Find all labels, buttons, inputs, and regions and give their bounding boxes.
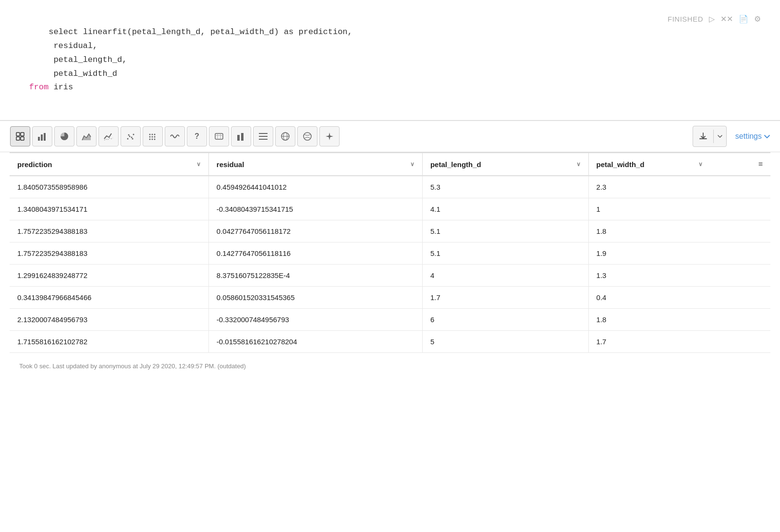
globe1-button[interactable] (275, 126, 295, 146)
scatter-chart-button[interactable] (121, 126, 141, 146)
table-row: 1.3408043971534171-0.340804397153417154.… (10, 198, 770, 220)
sort-icon-petal-length[interactable]: ∨ (576, 161, 581, 168)
svg-point-32 (304, 133, 311, 140)
svg-rect-5 (41, 134, 43, 141)
cell-residual: -0.015581616210278204 (208, 331, 422, 353)
svg-point-12 (128, 134, 130, 136)
svg-point-20 (149, 139, 151, 140)
download-arrow-button[interactable] (714, 126, 726, 146)
col-menu-icon[interactable]: ≡ (758, 160, 763, 169)
col-label-prediction: prediction (17, 160, 52, 169)
svg-rect-25 (241, 133, 244, 141)
table-row: 1.75722352943881830.042776470561181725.1… (10, 220, 770, 242)
col-header-petal-width[interactable]: petal_width_d ∨ ≡ (588, 153, 770, 176)
svg-point-13 (132, 138, 134, 140)
svg-point-15 (152, 134, 153, 135)
cell-residual: 0.14277647056118116 (208, 242, 422, 265)
cell-prediction: 1.2991624839248772 (10, 265, 208, 287)
document-icon[interactable]: 📄 (739, 14, 748, 24)
svg-point-18 (152, 136, 153, 138)
bar-chart-button[interactable] (32, 126, 52, 146)
svg-rect-0 (16, 133, 20, 136)
keyword-as: as (284, 27, 299, 36)
svg-rect-6 (44, 133, 46, 141)
code-block[interactable]: select linearfit(petal_length_d, petal_w… (19, 12, 761, 109)
col-label-residual: residual (217, 160, 244, 169)
svg-point-22 (154, 139, 156, 140)
svg-point-19 (154, 136, 156, 138)
settings-button[interactable]: settings (735, 132, 770, 141)
cell-petal_width_d: 1 (588, 198, 770, 220)
area-chart-button[interactable] (76, 126, 97, 146)
svg-rect-2 (16, 137, 20, 140)
footer-text: Took 0 sec. Last updated by anonymous at… (19, 363, 246, 370)
cell-prediction: 1.7572235294388183 (10, 220, 208, 242)
col-label-petal-width: petal_width_d (597, 160, 645, 169)
alias-prediction: prediction, (299, 27, 353, 36)
svg-rect-1 (21, 133, 24, 136)
cell-petal_width_d: 1.8 (588, 309, 770, 331)
cell-petal_length_d: 4.1 (422, 198, 588, 220)
col-header-residual[interactable]: residual ∨ (208, 153, 422, 176)
footer: Took 0 sec. Last updated by anonymous at… (0, 353, 780, 379)
pie-chart-button[interactable] (54, 126, 74, 146)
cell-prediction: 1.3408043971534171 (10, 198, 208, 220)
code-editor: FINISHED ▷ ✕✕ 📄 ⚙ select linearfit(petal… (0, 0, 780, 121)
help-button[interactable]: ? (187, 126, 207, 146)
cell-petal_length_d: 5.1 (422, 220, 588, 242)
table-body: 1.84050735589589860.45949264410410125.32… (10, 176, 770, 353)
sort-icon-petal-width[interactable]: ∨ (698, 161, 703, 168)
col-label-petal-length: petal_length_d (430, 160, 481, 169)
cell-prediction: 1.8405073558958986 (10, 176, 208, 198)
svg-point-9 (129, 136, 131, 137)
cell-prediction: 1.7572235294388183 (10, 242, 208, 265)
cell-prediction: 2.1320007484956793 (10, 309, 208, 331)
map1-button[interactable] (209, 126, 229, 146)
sort-icon-residual[interactable]: ∨ (410, 161, 414, 168)
svg-rect-4 (38, 137, 40, 141)
keyword-from: from (19, 83, 53, 92)
grid2-button[interactable] (143, 126, 163, 146)
sparkle-button[interactable] (319, 126, 340, 146)
table-row: 1.7155816162102782-0.0155816162102782045… (10, 331, 770, 353)
status-label: FINISHED (668, 15, 703, 23)
svg-rect-24 (237, 135, 240, 141)
row-chart-button[interactable] (253, 126, 273, 146)
cell-petal_width_d: 1.9 (588, 242, 770, 265)
table-name: iris (53, 83, 73, 92)
cell-residual: 8.37516075122835E-4 (208, 265, 422, 287)
cell-petal_length_d: 6 (422, 309, 588, 331)
code-indent2: petal_length_d, (19, 55, 127, 64)
table-row: 1.84050735589589860.45949264410410125.32… (10, 176, 770, 198)
settings-label: settings (735, 132, 762, 141)
download-button[interactable] (693, 126, 713, 146)
wave-button[interactable] (165, 126, 185, 146)
cell-petal_width_d: 2.3 (588, 176, 770, 198)
cell-petal_length_d: 5.1 (422, 242, 588, 265)
svg-point-17 (149, 136, 151, 138)
col-header-prediction[interactable]: prediction ∨ (10, 153, 208, 176)
sort-icon-prediction[interactable]: ∨ (196, 161, 201, 168)
line-chart-button[interactable] (98, 126, 119, 146)
question-mark: ? (195, 132, 199, 141)
svg-point-16 (154, 134, 156, 135)
globe2-button[interactable] (297, 126, 317, 146)
cell-petal_length_d: 4 (422, 265, 588, 287)
settings-icon[interactable]: ⚙ (754, 14, 761, 24)
table-row: 1.75722352943881830.142776470561181165.1… (10, 242, 770, 265)
cell-residual: -0.34080439715341715 (208, 198, 422, 220)
stop-icon[interactable]: ✕✕ (720, 14, 733, 24)
svg-point-11 (133, 134, 134, 135)
cell-petal_width_d: 1.3 (588, 265, 770, 287)
col-chart-button[interactable] (231, 126, 251, 146)
results-table-container: prediction ∨ residual ∨ petal_length_d (0, 152, 780, 353)
cell-petal_width_d: 0.4 (588, 287, 770, 309)
run-icon[interactable]: ▷ (709, 14, 715, 24)
table-row: 2.1320007484956793-0.332000748495679361.… (10, 309, 770, 331)
svg-marker-33 (326, 133, 333, 140)
grid-view-button[interactable] (10, 126, 30, 146)
cell-petal_length_d: 5 (422, 331, 588, 353)
col-header-petal-length[interactable]: petal_length_d ∨ (422, 153, 588, 176)
svg-point-21 (152, 139, 153, 140)
cell-prediction: 1.7155816162102782 (10, 331, 208, 353)
